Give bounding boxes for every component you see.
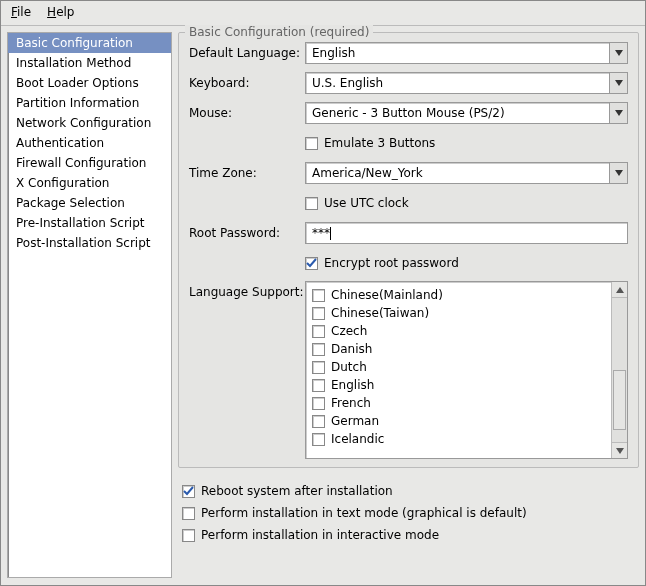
sidebar: Basic ConfigurationInstallation MethodBo… bbox=[7, 32, 172, 578]
textmode-checkbox[interactable]: Perform installation in text mode (graph… bbox=[182, 502, 635, 524]
encrypt-root-checkbox[interactable]: Encrypt root password bbox=[305, 254, 459, 272]
checkbox-icon[interactable] bbox=[312, 397, 325, 410]
sidebar-item[interactable]: Package Selection bbox=[8, 193, 171, 213]
sidebar-item[interactable]: Installation Method bbox=[8, 53, 171, 73]
interactive-checkbox[interactable]: Perform installation in interactive mode bbox=[182, 524, 635, 546]
menu-help[interactable]: Help bbox=[47, 5, 74, 19]
language-item[interactable]: Czech bbox=[312, 322, 605, 340]
mouse-select[interactable]: Generic - 3 Button Mouse (PS/2) bbox=[305, 102, 628, 124]
language-item[interactable]: German bbox=[312, 412, 605, 430]
language-item[interactable]: Dutch bbox=[312, 358, 605, 376]
scroll-up-icon[interactable] bbox=[612, 282, 627, 298]
sidebar-item[interactable]: Basic Configuration bbox=[8, 33, 171, 53]
sidebar-item[interactable]: Boot Loader Options bbox=[8, 73, 171, 93]
timezone-select[interactable]: America/New_York bbox=[305, 162, 628, 184]
mouse-label: Mouse: bbox=[189, 106, 305, 120]
basic-config-fieldset: Basic Configuration (required) Default L… bbox=[178, 32, 639, 468]
reboot-checkbox[interactable]: Reboot system after installation bbox=[182, 480, 635, 502]
timezone-label: Time Zone: bbox=[189, 166, 305, 180]
sidebar-item[interactable]: Firewall Configuration bbox=[8, 153, 171, 173]
language-item[interactable]: French bbox=[312, 394, 605, 412]
keyboard-select[interactable]: U.S. English bbox=[305, 72, 628, 94]
language-item[interactable]: Chinese(Taiwan) bbox=[312, 304, 605, 322]
main-area: Basic ConfigurationInstallation MethodBo… bbox=[1, 26, 645, 584]
sidebar-item[interactable]: Authentication bbox=[8, 133, 171, 153]
chevron-down-icon[interactable] bbox=[609, 163, 627, 183]
language-item[interactable]: Icelandic bbox=[312, 430, 605, 448]
emulate-3-buttons-checkbox[interactable]: Emulate 3 Buttons bbox=[305, 134, 435, 152]
checkbox-icon[interactable] bbox=[312, 379, 325, 392]
sidebar-item[interactable]: Partition Information bbox=[8, 93, 171, 113]
checkbox-icon[interactable] bbox=[312, 343, 325, 356]
checkbox-icon[interactable] bbox=[312, 433, 325, 446]
chevron-down-icon[interactable] bbox=[609, 103, 627, 123]
language-item[interactable]: Chinese(Mainland) bbox=[312, 286, 605, 304]
bottom-options: Reboot system after installation Perform… bbox=[178, 474, 639, 548]
default-language-select[interactable]: English bbox=[305, 42, 628, 64]
scroll-thumb[interactable] bbox=[613, 370, 626, 430]
sidebar-item[interactable]: X Configuration bbox=[8, 173, 171, 193]
fieldset-title: Basic Configuration (required) bbox=[185, 25, 373, 39]
sidebar-item[interactable]: Pre-Installation Script bbox=[8, 213, 171, 233]
scrollbar[interactable] bbox=[611, 282, 627, 458]
content-panel: Basic Configuration (required) Default L… bbox=[178, 32, 639, 578]
root-password-label: Root Password: bbox=[189, 226, 305, 240]
menubar: File Help bbox=[1, 1, 645, 26]
chevron-down-icon[interactable] bbox=[609, 73, 627, 93]
language-item[interactable]: Danish bbox=[312, 340, 605, 358]
text-cursor bbox=[330, 227, 331, 240]
default-language-label: Default Language: bbox=[189, 46, 305, 60]
scroll-track[interactable] bbox=[612, 298, 627, 442]
checkbox-icon[interactable] bbox=[312, 289, 325, 302]
keyboard-label: Keyboard: bbox=[189, 76, 305, 90]
utc-clock-checkbox[interactable]: Use UTC clock bbox=[305, 194, 409, 212]
sidebar-item[interactable]: Post-Installation Script bbox=[8, 233, 171, 253]
chevron-down-icon[interactable] bbox=[609, 43, 627, 63]
checkbox-icon[interactable] bbox=[312, 361, 325, 374]
scroll-down-icon[interactable] bbox=[612, 442, 627, 458]
root-password-input[interactable]: *** bbox=[305, 222, 628, 244]
checkbox-icon[interactable] bbox=[312, 307, 325, 320]
language-support-list[interactable]: Chinese(Mainland)Chinese(Taiwan)CzechDan… bbox=[305, 281, 628, 459]
language-support-label: Language Support: bbox=[189, 281, 305, 299]
checkbox-icon[interactable] bbox=[312, 415, 325, 428]
checkbox-icon[interactable] bbox=[312, 325, 325, 338]
language-item[interactable]: English bbox=[312, 376, 605, 394]
menu-file[interactable]: File bbox=[11, 5, 31, 19]
sidebar-item[interactable]: Network Configuration bbox=[8, 113, 171, 133]
